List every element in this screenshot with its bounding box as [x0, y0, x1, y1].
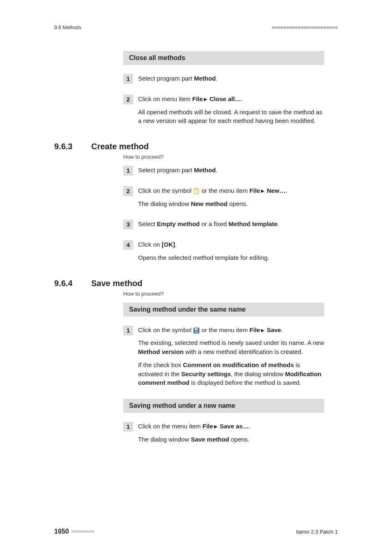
text-run: .	[277, 220, 279, 227]
text-run: Click on	[138, 241, 162, 248]
bold-text: Method	[194, 75, 216, 82]
howto-963: How to proceed?	[123, 154, 376, 160]
menu-arrow-icon: ▶	[260, 188, 265, 193]
text-run: or the menu item	[200, 326, 249, 333]
procedure-step: 2Click on menu item File▶ Close all….All…	[123, 95, 324, 130]
procedure-step: 1Click on the symbol or the menu item Fi…	[123, 326, 324, 392]
new-file-icon	[193, 188, 200, 194]
section-963-num: 9.6.3	[54, 142, 91, 151]
step-result: If the check box Comment on modification…	[138, 361, 324, 387]
running-header: 9.6 Methods	[16, 25, 376, 30]
bold-text: Save	[267, 326, 281, 333]
footer-right: tiamo 2.3 Patch 1	[296, 529, 338, 535]
step-number: 4	[123, 240, 133, 250]
step-result: The dialog window New method opens.	[138, 199, 324, 208]
procedure-step: 1Select program part Method.	[123, 74, 324, 87]
section-964-title: Save method	[91, 279, 142, 288]
menu-arrow-icon: ▶	[213, 424, 218, 429]
text-run: .	[175, 241, 177, 248]
text-run: The existing, selected method is newly s…	[138, 339, 324, 346]
proc-title-close-all: Close all methods	[123, 51, 324, 65]
section-963-header: 9.6.3 Create method	[16, 142, 376, 151]
step-text: Select program part Method.	[138, 74, 324, 83]
menu-arrow-icon: ▶	[260, 328, 265, 333]
text-run: opens.	[229, 436, 249, 443]
footer-ornament-icon	[71, 530, 94, 533]
text-run: with a new method identification is crea…	[184, 348, 303, 355]
step-number: 1	[123, 166, 133, 176]
svg-rect-4	[195, 331, 198, 333]
proc-title-save-same: Saving method under the same name	[123, 303, 324, 317]
text-run: .	[241, 95, 242, 102]
svg-rect-2	[195, 328, 198, 330]
step-result: Opens the selected method template for e…	[138, 253, 324, 262]
header-ornament-icon	[272, 26, 338, 29]
close-all-steps: 1Select program part Method.2Click on me…	[123, 74, 324, 130]
bold-text: File	[203, 423, 213, 430]
bold-text: Save method	[191, 436, 229, 443]
text-run: The dialog window	[138, 436, 191, 443]
procedure-step: 2Click on the symbol or the menu item Fi…	[123, 186, 324, 213]
bold-text: [OK]	[162, 241, 175, 248]
text-run: Click on the symbol	[138, 326, 193, 333]
step-number: 1	[123, 74, 133, 84]
header-left: 9.6 Methods	[54, 25, 81, 30]
text-run: or a fixed	[200, 220, 228, 227]
page-number: 1650	[54, 528, 69, 535]
step-number: 2	[123, 95, 133, 104]
section-964-num: 9.6.4	[54, 279, 91, 288]
text-run: Select	[138, 220, 157, 227]
text-run: Select program part	[138, 166, 194, 173]
bold-text: Method version	[138, 348, 184, 355]
procedure-step: 1Click on the menu item File▶ Save as….T…	[123, 422, 324, 448]
text-run: The dialog window	[138, 200, 191, 207]
text-run: Click on the menu item	[138, 423, 203, 430]
step-result: The dialog window Save method opens.	[138, 435, 324, 444]
section-963-steps: 1Select program part Method.2Click on th…	[123, 166, 324, 266]
step-result: The existing, selected method is newly s…	[138, 338, 324, 356]
text-run: .	[281, 326, 283, 333]
text-run: .	[286, 187, 287, 194]
text-run: .	[249, 423, 251, 430]
bold-text: Close all…	[210, 95, 241, 102]
bold-text: Security settings	[181, 370, 231, 377]
procedure-step: 3Select Empty method or a fixed Method t…	[123, 220, 324, 233]
step-number: 1	[123, 422, 133, 432]
text-run: Select program part	[138, 75, 194, 82]
svg-rect-3	[197, 328, 198, 330]
bold-text: New…	[267, 187, 286, 194]
bold-text: Empty method	[157, 220, 200, 227]
step-text: Select program part Method.	[138, 166, 324, 175]
section-963-title: Create method	[91, 142, 149, 151]
text-run: , the dialog window	[231, 370, 285, 377]
text-run: If the check box	[138, 361, 183, 368]
step-number: 3	[123, 220, 133, 229]
bold-text: Save as…	[220, 423, 249, 430]
proc-title-save-new: Saving method under a new name	[123, 399, 324, 413]
step-text: Click on the symbol or the menu item Fil…	[138, 326, 324, 335]
step-text: Click on menu item File▶ Close all….	[138, 95, 324, 104]
bold-text: File	[249, 187, 260, 194]
section-964-header: 9.6.4 Save method	[16, 279, 376, 288]
bold-text: Method	[194, 166, 216, 173]
text-run: is displayed before the method is saved.	[189, 379, 301, 386]
save-same-steps: 1Click on the symbol or the menu item Fi…	[123, 326, 324, 392]
page-footer: 1650 tiamo 2.3 Patch 1	[54, 528, 338, 535]
save-icon	[193, 327, 200, 334]
step-text: Select Empty method or a fixed Method te…	[138, 220, 324, 229]
text-run: Click on the symbol	[138, 187, 193, 194]
step-text: Click on [OK].	[138, 240, 324, 249]
procedure-step: 4Click on [OK].Opens the selected method…	[123, 240, 324, 266]
bold-text: File	[249, 326, 260, 333]
bold-text: Comment on modification of methods	[183, 361, 294, 368]
text-run: Click on menu item	[138, 95, 192, 102]
text-run: opens.	[228, 200, 248, 207]
step-number: 2	[123, 186, 133, 196]
step-text: Click on the menu item File▶ Save as….	[138, 422, 324, 431]
text-run: .	[216, 75, 217, 82]
text-run: .	[216, 166, 217, 173]
step-number: 1	[123, 326, 133, 335]
bold-text: New method	[191, 200, 227, 207]
bold-text: File	[192, 95, 203, 102]
howto-964: How to proceed?	[123, 291, 376, 297]
